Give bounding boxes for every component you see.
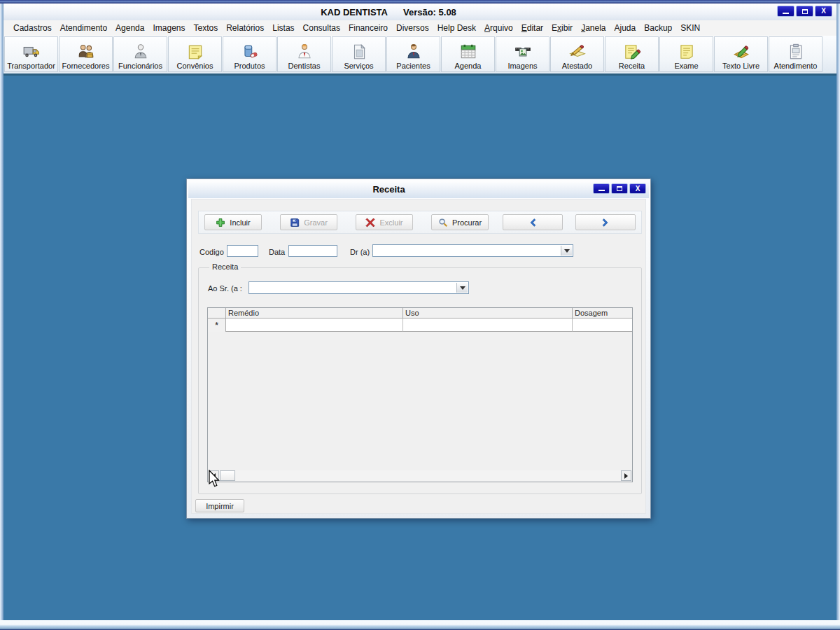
toolbar-button-label: Pacientes (396, 62, 430, 70)
minimize-icon (598, 190, 605, 191)
procurar-button-label: Procurar (452, 218, 482, 227)
triangle-left-icon (212, 473, 216, 479)
toolbar-button-receita[interactable]: Receita (605, 36, 659, 72)
menu-item-agenda[interactable]: Agenda (111, 21, 148, 35)
menu-item-listas[interactable]: Listas (268, 21, 298, 35)
grid-cell-uso[interactable] (403, 318, 573, 332)
menu-item-janela[interactable]: Janela (577, 21, 610, 35)
toolbar-button-label: Exame (674, 62, 698, 70)
menu-item-cadastros[interactable]: Cadastros (9, 21, 56, 35)
main-toolbar: TransportadorFornecedoresFuncionáriosCon… (4, 36, 836, 76)
toolbar-button-atestado[interactable]: Atestado (550, 36, 604, 72)
chevron-down-icon (564, 249, 570, 253)
menu-bar: CadastrosAtendimentoAgendaImagensTextosR… (4, 20, 836, 36)
dialog-maximize-button[interactable] (611, 183, 628, 194)
dialog-minimize-button[interactable] (593, 183, 610, 194)
note-icon (186, 43, 204, 61)
toolbar-button-funcionários[interactable]: Funcionários (113, 36, 167, 72)
receita-dialog-body: IncluirGravarExcluirProcurar Codigo Data… (191, 199, 646, 514)
menu-item-diversos[interactable]: Diversos (392, 21, 433, 35)
menu-item-help-desk[interactable]: Help Desk (433, 21, 480, 35)
menu-item-atendimento[interactable]: Atendimento (56, 21, 111, 35)
dialog-close-button[interactable]: X (629, 183, 646, 194)
toolbar-button-label: Dentistas (288, 62, 321, 70)
menu-item-backup[interactable]: Backup (640, 21, 676, 35)
toolbar-button-agenda[interactable]: Agenda (441, 36, 495, 72)
toolbar-button-transportador[interactable]: Transportador (4, 36, 58, 72)
excluir-button-label: Excluir (379, 218, 402, 227)
toolbar-button-convênios[interactable]: Convênios (168, 36, 222, 72)
ao-sr-label: Ao Sr. (a : (208, 284, 242, 293)
truck-icon (22, 43, 41, 61)
triangle-right-icon (624, 473, 628, 479)
prescription-grid: RemédioUsoDosagem * (207, 307, 633, 482)
grid-column-header-dosagem: Dosagem (573, 308, 632, 318)
certificate-icon (568, 43, 587, 61)
receita-dialog: Receita X IncluirGravarExcluirProcurar C… (186, 178, 651, 519)
toolbar-button-label: Atendimento (774, 62, 818, 70)
codigo-label: Codigo (200, 248, 224, 256)
toolbar-button-exame[interactable]: Exame (659, 36, 713, 72)
receita-toolbar: IncluirGravarExcluirProcurar (198, 211, 642, 234)
receita-dialog-controls: X (593, 183, 646, 194)
clipboard-icon (787, 43, 805, 61)
toolbar-button-serviços[interactable]: Serviços (332, 36, 386, 72)
dr-combobox[interactable] (372, 244, 573, 257)
main-titlebar: KAD DENTISTA Versão: 5.08 X (4, 4, 836, 20)
toolbar-button-label: Transportador (7, 62, 55, 70)
toolbar-button-imagens[interactable]: Imagens (496, 36, 550, 72)
imprimir-button[interactable]: Impirmir (195, 499, 244, 512)
gravar-button[interactable]: Gravar (280, 214, 337, 230)
grid-horizontal-scrollbar[interactable] (209, 470, 631, 481)
data-input[interactable] (288, 245, 337, 257)
ao-sr-combobox-dropdown-button[interactable] (456, 283, 468, 293)
menu-item-skin[interactable]: SKIN (676, 21, 704, 35)
excluir-button[interactable]: Excluir (356, 214, 413, 230)
menu-item-exibir[interactable]: Exibir (547, 21, 577, 35)
toolbar-button-label: Agenda (455, 62, 482, 70)
procurar-button[interactable]: Procurar (431, 214, 489, 230)
toolbar-button-fornecedores[interactable]: Fornecedores (59, 36, 113, 72)
patient-icon (405, 43, 423, 61)
toolbar-button-dentistas[interactable]: Dentistas (277, 36, 331, 72)
menu-item-financeiro[interactable]: Financeiro (344, 21, 392, 35)
minimize-button[interactable] (777, 6, 794, 17)
receita-groupbox-legend: Receita (209, 262, 241, 271)
chevron-right-icon (601, 218, 610, 227)
scroll-left-button[interactable] (209, 470, 219, 481)
close-button[interactable]: X (815, 6, 832, 17)
ao-sr-combobox[interactable] (248, 281, 469, 294)
products-icon (241, 43, 259, 61)
menu-item-editar[interactable]: Editar (517, 21, 547, 35)
incluir-button[interactable]: Incluir (204, 214, 262, 230)
menu-item-ajuda[interactable]: Ajuda (610, 21, 640, 35)
maximize-icon (617, 186, 622, 191)
toolbar-button-atendimento[interactable]: Atendimento (769, 36, 822, 72)
menu-item-arquivo[interactable]: Arquivo (480, 21, 517, 35)
app-title: KAD DENTISTA (321, 7, 388, 18)
menu-item-imagens[interactable]: Imagens (148, 21, 189, 35)
menu-item-consultas[interactable]: Consultas (299, 21, 344, 35)
dr-combobox-dropdown-button[interactable] (561, 246, 572, 255)
delete-x-icon (365, 218, 375, 227)
toolbar-button-pacientes[interactable]: Pacientes (386, 36, 440, 72)
toolbar-button-produtos[interactable]: Produtos (223, 36, 276, 72)
grid-cell-remedio[interactable] (226, 318, 403, 332)
calendar-icon (459, 43, 477, 61)
free-text-icon (732, 43, 750, 61)
menu-item-textos[interactable]: Textos (190, 21, 223, 35)
previous-record-button[interactable] (503, 214, 563, 230)
receita-dialog-titlebar: Receita X (188, 181, 649, 198)
window-controls: X (777, 6, 832, 17)
toolbar-button-label: Receita (619, 62, 645, 70)
scrollbar-thumb[interactable] (220, 470, 235, 481)
scroll-right-button[interactable] (621, 470, 631, 481)
maximize-button[interactable] (796, 6, 813, 17)
menu-item-relatórios[interactable]: Relatórios (222, 21, 268, 35)
prescription-grid-new-row: * (208, 318, 632, 332)
codigo-input[interactable] (227, 245, 258, 257)
toolbar-button-label: Fornecedores (62, 62, 110, 70)
toolbar-button-texto-livre[interactable]: Texto Livre (714, 36, 768, 72)
grid-cell-dosagem[interactable] (573, 318, 632, 332)
next-record-button[interactable] (575, 214, 636, 230)
